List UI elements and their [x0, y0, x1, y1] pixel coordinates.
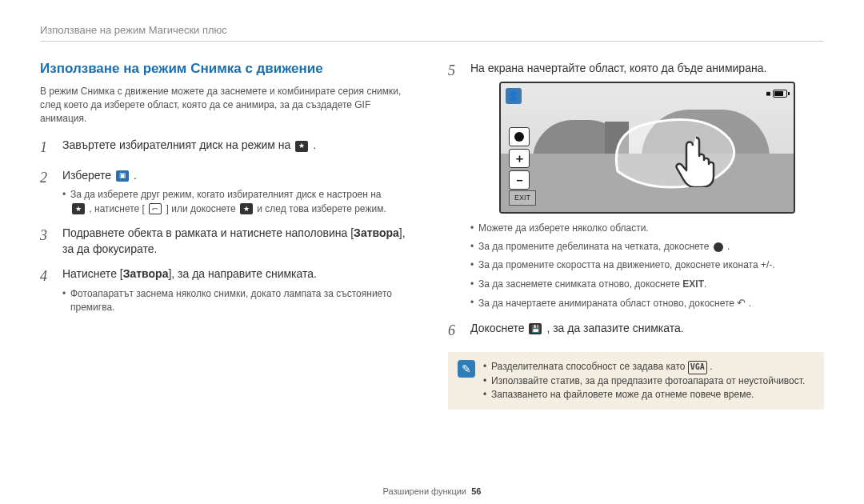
brush-dot-icon	[714, 242, 723, 252]
step-text: Завъртете избирателният диск на режим на	[62, 138, 294, 151]
hand-pointer-icon	[674, 131, 722, 187]
step-body: На екрана начертайте област, която да бъ…	[470, 61, 824, 311]
speed-minus-button[interactable]: －	[509, 170, 530, 190]
footer-section: Разширени функции	[383, 486, 466, 496]
step-5: 5 На екрана начертайте област, която да …	[448, 61, 824, 311]
right-column: 5 На екрана начертайте област, която да …	[448, 61, 824, 410]
sub-text: За да начертаете анимираната област отно…	[478, 298, 737, 309]
footer-page-number: 56	[471, 486, 481, 496]
step-text: ], за да направите снимката.	[168, 267, 317, 280]
sub-text: и след това изберете режим.	[257, 203, 386, 214]
person-icon: 👤	[506, 88, 522, 104]
exit-button[interactable]: EXIT	[509, 190, 536, 206]
step-1: 1 Завъртете избирателният диск на режим …	[40, 138, 416, 158]
step-text: Подравнете обекта в рамката и натиснете …	[62, 226, 354, 239]
note-text: Разделителната способност се задава като	[491, 361, 688, 372]
step-text: Докоснете	[470, 322, 527, 334]
step-2: 2 Изберете ▣ . За да изберете друг режим…	[40, 168, 416, 216]
exit-bold: EXIT	[682, 278, 704, 290]
step-number: 6	[448, 321, 462, 341]
left-column: Използване на режим Снимка с движение В …	[40, 61, 416, 410]
step-3: 3 Подравнете обекта в рамката и натиснет…	[40, 226, 416, 257]
step-body: Изберете ▣ . За да изберете друг режим, …	[62, 168, 416, 216]
step-sub: За да начертаете анимираната област отно…	[470, 296, 824, 311]
undo-icon: ↶	[737, 296, 746, 311]
sub-text: За да изберете друг режим, когато избира…	[70, 189, 382, 200]
brush-size-button[interactable]	[509, 127, 530, 146]
sub-text: .	[749, 298, 751, 309]
sub-text: .	[727, 241, 730, 252]
sub-text: .	[704, 278, 706, 290]
mode-star-icon: ★	[72, 203, 85, 214]
step-text: .	[313, 138, 316, 151]
shutter-bold: Затвора	[123, 267, 169, 280]
note-item: Запазването на файловете може да отнеме …	[483, 388, 814, 402]
step-sub: Можете да изберете няколко области.	[470, 222, 824, 235]
battery-icon	[773, 90, 787, 98]
step-text: На екрана начертайте област, която да бъ…	[470, 62, 766, 74]
save-icon: 💾	[529, 323, 542, 334]
step-text: , за да запазите снимката.	[546, 322, 683, 334]
camera-screen-illustration: 👤 ■ ＋ － EXIT	[499, 82, 795, 214]
speed-plus-button[interactable]: ＋	[509, 149, 530, 168]
status-square-icon: ■	[766, 89, 770, 98]
step-sub: Фотоапаратът заснема няколко снимки, док…	[62, 287, 416, 315]
mode-star-icon: ★	[240, 203, 253, 214]
step-sub: За да промените дебелината на четката, д…	[470, 240, 824, 254]
vga-icon: VGA	[688, 361, 707, 374]
intro-paragraph: В режим Снимка с движение можете да засн…	[40, 85, 416, 125]
shutter-bold: Затвора	[354, 226, 399, 239]
step-4: 4 Натиснете [Затвора], за да направите с…	[40, 266, 416, 314]
step-number: 4	[40, 266, 54, 314]
step-body: Подравнете обекта в рамката и натиснете …	[62, 226, 416, 257]
content-columns: Използване на режим Снимка с движение В …	[40, 61, 824, 410]
step-body: Натиснете [Затвора], за да направите сни…	[62, 266, 416, 314]
step-6: 6 Докоснете 💾 , за да запазите снимката.	[448, 321, 824, 341]
step-number: 2	[40, 168, 54, 216]
sub-text: ] или докоснете	[166, 203, 238, 214]
step-text: Изберете	[62, 169, 114, 182]
note-text: .	[710, 361, 712, 372]
header-breadcrumb: Използване на режим Магически плюс	[40, 24, 824, 42]
page-footer: Разширени функции 56	[0, 486, 864, 496]
step-number: 5	[448, 61, 462, 311]
sub-text: , натиснете [	[89, 203, 145, 214]
note-item: Използвайте статив, за да предпазите фот…	[483, 374, 814, 388]
motion-photo-icon: ▣	[116, 170, 129, 182]
sub-text: За да заснемете снимката отново, докосне…	[478, 278, 682, 290]
tool-column: ＋ －	[509, 127, 530, 190]
step-number: 1	[40, 138, 54, 158]
note-item: Разделителната способност се задава като…	[483, 360, 814, 374]
sub-text: За да промените дебелината на четката, д…	[478, 241, 712, 252]
back-button-icon: ⤺	[149, 203, 162, 214]
status-icons: ■	[766, 88, 787, 99]
mode-star-icon: ★	[295, 141, 308, 152]
step-body: Завъртете избирателният диск на режим на…	[62, 138, 416, 158]
step-body: Докоснете 💾 , за да запазите снимката.	[470, 321, 824, 341]
note-list: Разделителната способност се задава като…	[483, 360, 814, 402]
note-box: ✎ Разделителната способност се задава ка…	[448, 352, 824, 410]
info-icon: ✎	[458, 360, 475, 378]
step-text: Натиснете [	[62, 267, 123, 280]
step-sub: За да заснемете снимката отново, докосне…	[470, 278, 824, 291]
step-sub: За да изберете друг режим, когато избира…	[62, 188, 416, 216]
section-title: Използване на режим Снимка с движение	[40, 61, 416, 77]
step-sub: За да промените скоростта на движението,…	[470, 258, 824, 272]
step-text: .	[134, 169, 137, 182]
step-number: 3	[40, 226, 54, 257]
